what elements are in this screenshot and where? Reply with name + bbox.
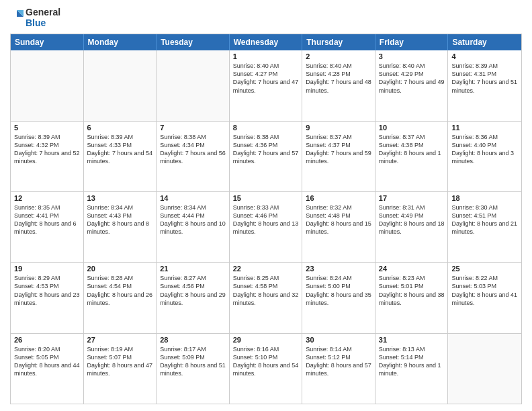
calendar-cell: 5Sunrise: 8:39 AM Sunset: 4:32 PM Daylig…	[11, 122, 84, 191]
cell-info: Sunrise: 8:28 AM Sunset: 4:54 PM Dayligh…	[87, 274, 153, 307]
day-number: 13	[87, 194, 153, 202]
day-number: 10	[379, 124, 445, 132]
calendar-cell: 2Sunrise: 8:40 AM Sunset: 4:28 PM Daylig…	[302, 50, 375, 120]
header-day-wednesday: Wednesday	[230, 34, 303, 50]
cell-info: Sunrise: 8:19 AM Sunset: 5:07 PM Dayligh…	[87, 345, 153, 378]
day-number: 30	[306, 336, 371, 344]
logo-blue-text: Blue	[26, 17, 60, 28]
calendar-header-row: SundayMondayTuesdayWednesdayThursdayFrid…	[11, 34, 521, 50]
calendar-cell: 29Sunrise: 8:16 AM Sunset: 5:10 PM Dayli…	[230, 334, 303, 404]
calendar-page: General Blue SundayMondayTuesdayWednesda…	[0, 0, 532, 411]
cell-info: Sunrise: 8:23 AM Sunset: 5:01 PM Dayligh…	[379, 274, 445, 307]
cell-info: Sunrise: 8:38 AM Sunset: 4:36 PM Dayligh…	[233, 133, 299, 166]
header-day-sunday: Sunday	[11, 34, 84, 50]
cell-info: Sunrise: 8:34 AM Sunset: 4:44 PM Dayligh…	[160, 203, 226, 236]
logo-text: General Blue	[26, 7, 60, 28]
calendar-cell: 10Sunrise: 8:37 AM Sunset: 4:38 PM Dayli…	[375, 122, 449, 191]
day-number: 23	[306, 265, 371, 273]
calendar-cell: 26Sunrise: 8:20 AM Sunset: 5:05 PM Dayli…	[11, 334, 84, 404]
day-number: 17	[379, 194, 445, 202]
cell-info: Sunrise: 8:30 AM Sunset: 4:51 PM Dayligh…	[451, 203, 518, 236]
calendar-cell: 27Sunrise: 8:19 AM Sunset: 5:07 PM Dayli…	[84, 334, 157, 404]
day-number: 27	[87, 336, 153, 344]
calendar-cell: 31Sunrise: 8:13 AM Sunset: 5:14 PM Dayli…	[375, 334, 449, 404]
cell-info: Sunrise: 8:20 AM Sunset: 5:05 PM Dayligh…	[14, 345, 80, 378]
calendar-cell	[84, 50, 157, 120]
day-number: 6	[87, 124, 153, 132]
calendar-cell: 6Sunrise: 8:39 AM Sunset: 4:33 PM Daylig…	[84, 122, 157, 191]
calendar-cell: 1Sunrise: 8:40 AM Sunset: 4:27 PM Daylig…	[230, 50, 303, 120]
cell-info: Sunrise: 8:24 AM Sunset: 5:00 PM Dayligh…	[306, 274, 371, 307]
day-number: 18	[451, 194, 518, 202]
calendar-cell: 8Sunrise: 8:38 AM Sunset: 4:36 PM Daylig…	[230, 122, 303, 191]
logo-general-text: General	[26, 7, 60, 17]
day-number: 24	[379, 265, 445, 273]
calendar-cell: 22Sunrise: 8:25 AM Sunset: 4:58 PM Dayli…	[230, 263, 303, 332]
cell-info: Sunrise: 8:40 AM Sunset: 4:29 PM Dayligh…	[379, 62, 445, 95]
cell-info: Sunrise: 8:22 AM Sunset: 5:03 PM Dayligh…	[451, 274, 518, 307]
calendar-cell: 20Sunrise: 8:28 AM Sunset: 4:54 PM Dayli…	[84, 263, 157, 332]
calendar-cell: 9Sunrise: 8:37 AM Sunset: 4:37 PM Daylig…	[302, 122, 375, 191]
calendar-cell	[448, 334, 521, 404]
calendar-cell: 12Sunrise: 8:35 AM Sunset: 4:41 PM Dayli…	[11, 192, 84, 262]
calendar-cell: 16Sunrise: 8:32 AM Sunset: 4:48 PM Dayli…	[302, 192, 375, 262]
header-day-saturday: Saturday	[448, 34, 521, 50]
cell-info: Sunrise: 8:29 AM Sunset: 4:53 PM Dayligh…	[14, 274, 80, 307]
calendar-cell	[157, 50, 230, 120]
calendar-cell: 21Sunrise: 8:27 AM Sunset: 4:56 PM Dayli…	[157, 263, 230, 332]
day-number: 31	[379, 336, 445, 344]
day-number: 2	[306, 52, 371, 60]
calendar-cell: 25Sunrise: 8:22 AM Sunset: 5:03 PM Dayli…	[448, 263, 521, 332]
day-number: 29	[233, 336, 299, 344]
cell-info: Sunrise: 8:31 AM Sunset: 4:49 PM Dayligh…	[379, 203, 445, 236]
calendar-body: 1Sunrise: 8:40 AM Sunset: 4:27 PM Daylig…	[11, 50, 521, 404]
cell-info: Sunrise: 8:13 AM Sunset: 5:14 PM Dayligh…	[379, 345, 445, 378]
header-day-monday: Monday	[84, 34, 157, 50]
cell-info: Sunrise: 8:25 AM Sunset: 4:58 PM Dayligh…	[233, 274, 299, 307]
cell-info: Sunrise: 8:36 AM Sunset: 4:40 PM Dayligh…	[451, 133, 518, 166]
day-number: 19	[14, 265, 80, 273]
calendar-cell	[11, 50, 84, 120]
header: General Blue	[10, 7, 522, 28]
cell-info: Sunrise: 8:34 AM Sunset: 4:43 PM Dayligh…	[87, 203, 153, 236]
calendar-week-5: 26Sunrise: 8:20 AM Sunset: 5:05 PM Dayli…	[11, 333, 521, 404]
day-number: 12	[14, 194, 80, 202]
cell-info: Sunrise: 8:40 AM Sunset: 4:28 PM Dayligh…	[306, 62, 371, 95]
calendar-cell: 14Sunrise: 8:34 AM Sunset: 4:44 PM Dayli…	[157, 192, 230, 262]
calendar-cell: 13Sunrise: 8:34 AM Sunset: 4:43 PM Dayli…	[84, 192, 157, 262]
day-number: 14	[160, 194, 226, 202]
day-number: 1	[233, 52, 299, 60]
calendar-cell: 19Sunrise: 8:29 AM Sunset: 4:53 PM Dayli…	[11, 263, 84, 332]
cell-info: Sunrise: 8:33 AM Sunset: 4:46 PM Dayligh…	[233, 203, 299, 236]
cell-info: Sunrise: 8:37 AM Sunset: 4:38 PM Dayligh…	[379, 133, 445, 166]
cell-info: Sunrise: 8:14 AM Sunset: 5:12 PM Dayligh…	[306, 345, 371, 378]
cell-info: Sunrise: 8:17 AM Sunset: 5:09 PM Dayligh…	[160, 345, 226, 378]
day-number: 8	[233, 124, 299, 132]
calendar-cell: 4Sunrise: 8:39 AM Sunset: 4:31 PM Daylig…	[448, 50, 521, 120]
logo-container: General Blue	[10, 7, 60, 28]
cell-info: Sunrise: 8:35 AM Sunset: 4:41 PM Dayligh…	[14, 203, 80, 236]
cell-info: Sunrise: 8:16 AM Sunset: 5:10 PM Dayligh…	[233, 345, 299, 378]
header-day-thursday: Thursday	[302, 34, 375, 50]
day-number: 22	[233, 265, 299, 273]
day-number: 26	[14, 336, 80, 344]
cell-info: Sunrise: 8:39 AM Sunset: 4:33 PM Dayligh…	[87, 133, 153, 166]
calendar-cell: 11Sunrise: 8:36 AM Sunset: 4:40 PM Dayli…	[448, 122, 521, 191]
calendar-cell: 23Sunrise: 8:24 AM Sunset: 5:00 PM Dayli…	[302, 263, 375, 332]
cell-info: Sunrise: 8:32 AM Sunset: 4:48 PM Dayligh…	[306, 203, 371, 236]
header-day-tuesday: Tuesday	[157, 34, 230, 50]
cell-info: Sunrise: 8:39 AM Sunset: 4:32 PM Dayligh…	[14, 133, 80, 166]
calendar-cell: 17Sunrise: 8:31 AM Sunset: 4:49 PM Dayli…	[375, 192, 449, 262]
calendar-cell: 15Sunrise: 8:33 AM Sunset: 4:46 PM Dayli…	[230, 192, 303, 262]
day-number: 16	[306, 194, 371, 202]
calendar-cell: 7Sunrise: 8:38 AM Sunset: 4:34 PM Daylig…	[157, 122, 230, 191]
calendar-cell: 30Sunrise: 8:14 AM Sunset: 5:12 PM Dayli…	[302, 334, 375, 404]
calendar-cell: 24Sunrise: 8:23 AM Sunset: 5:01 PM Dayli…	[375, 263, 449, 332]
day-number: 5	[14, 124, 80, 132]
logo-triangle-icon	[10, 10, 24, 25]
calendar-cell: 3Sunrise: 8:40 AM Sunset: 4:29 PM Daylig…	[375, 50, 449, 120]
header-day-friday: Friday	[375, 34, 449, 50]
day-number: 15	[233, 194, 299, 202]
calendar-week-2: 5Sunrise: 8:39 AM Sunset: 4:32 PM Daylig…	[11, 121, 521, 191]
cell-info: Sunrise: 8:37 AM Sunset: 4:37 PM Dayligh…	[306, 133, 371, 166]
